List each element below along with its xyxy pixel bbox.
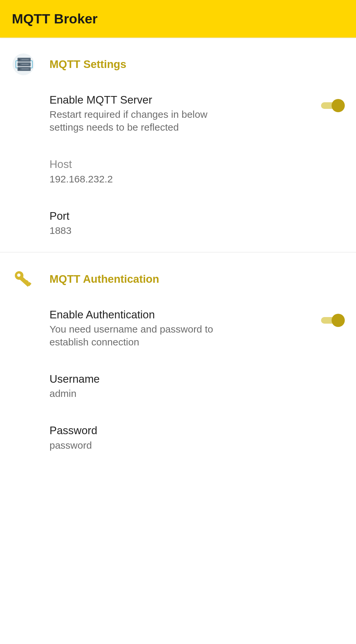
- app-bar: MQTT Broker: [0, 0, 356, 38]
- enable-server-toggle[interactable]: [321, 99, 344, 112]
- enable-auth-label: Enable Authentication: [49, 308, 313, 321]
- password-label: Password: [49, 424, 344, 437]
- row-host[interactable]: Host 192.168.232.2: [0, 145, 356, 197]
- username-label: Username: [49, 372, 344, 386]
- section-title-auth: MQTT Authentication: [49, 273, 159, 285]
- section-header-settings: MQTT Settings: [0, 38, 356, 81]
- key-icon: [12, 268, 35, 291]
- section-header-auth: MQTT Authentication: [0, 252, 356, 296]
- row-password[interactable]: Password password: [0, 412, 356, 463]
- password-value: password: [49, 439, 241, 452]
- row-enable-auth[interactable]: Enable Authentication You need username …: [0, 296, 356, 360]
- enable-auth-sub: You need username and password to establ…: [49, 323, 241, 348]
- section-mqtt-auth: MQTT Authentication Enable Authenticatio…: [0, 252, 356, 464]
- host-value: 192.168.232.2: [49, 173, 241, 185]
- server-icon: [12, 53, 35, 76]
- page-title: MQTT Broker: [12, 11, 98, 27]
- username-value: admin: [49, 387, 241, 400]
- enable-auth-toggle[interactable]: [321, 314, 344, 327]
- row-enable-server[interactable]: Enable MQTT Server Restart required if c…: [0, 81, 356, 145]
- section-title-settings: MQTT Settings: [49, 58, 126, 71]
- row-username[interactable]: Username admin: [0, 360, 356, 412]
- host-label: Host: [49, 157, 344, 171]
- enable-server-sub: Restart required if changes in below set…: [49, 108, 241, 134]
- row-port[interactable]: Port 1883: [0, 197, 356, 249]
- port-label: Port: [49, 209, 344, 223]
- enable-server-label: Enable MQTT Server: [49, 93, 313, 107]
- section-mqtt-settings: MQTT Settings Enable MQTT Server Restart…: [0, 38, 356, 249]
- port-value: 1883: [49, 224, 241, 237]
